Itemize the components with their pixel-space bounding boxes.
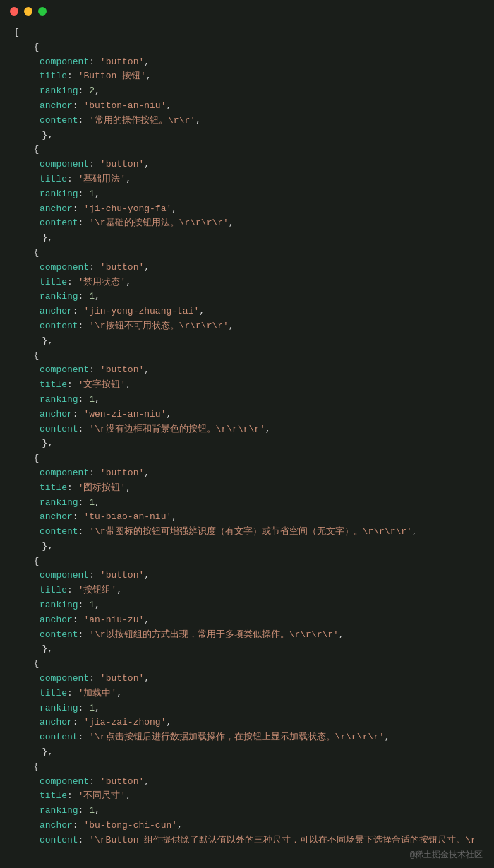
item-7-open-brace: { (23, 657, 480, 672)
item-1-close-brace: }, (23, 129, 480, 143)
item-7-ranking: ranking: 1, (23, 701, 480, 716)
item-6-ranking: ranking: 1, (23, 598, 480, 613)
item-2-open-brace: { (23, 143, 480, 157)
item-6-component: component: 'button', (23, 569, 480, 583)
traffic-light-green[interactable] (38, 7, 47, 16)
item-1-ranking: ranking: 2, (23, 84, 480, 99)
item-7-close-brace: }, (23, 745, 480, 760)
item-5-anchor: anchor: 'tu-biao-an-niu', (23, 510, 480, 525)
item-8-anchor: anchor: 'bu-tong-chi-cun', (23, 819, 480, 833)
item-4-title: title: '文字按钮', (23, 378, 480, 393)
item-3-open-brace: { (23, 246, 480, 261)
item-3-anchor: anchor: 'jin-yong-zhuang-tai', (23, 304, 480, 319)
outer-bracket-open: [ (14, 25, 480, 40)
item-5-open-brace: { (23, 451, 480, 466)
traffic-light-red[interactable] (10, 7, 18, 16)
item-3-component: component: 'button', (23, 261, 480, 275)
item-3-content: content: '\r按钮不可用状态。\r\r\r\r', (23, 319, 480, 334)
item-2-anchor: anchor: 'ji-chu-yong-fa', (23, 202, 480, 217)
item-6-anchor: anchor: 'an-niu-zu', (23, 613, 480, 628)
item-1-content: content: '常用的操作按钮。\r\r', (23, 114, 480, 129)
code-area: [ { component: 'button', title: 'Button … (0, 23, 494, 868)
item-4-open-brace: { (23, 349, 480, 364)
item-7-title: title: '加载中', (23, 686, 480, 701)
item-4-content: content: '\r没有边框和背景色的按钮。\r\r\r\r', (23, 422, 480, 437)
item-5-component: component: 'button', (23, 466, 480, 481)
item-6-open-brace: { (23, 554, 480, 569)
title-bar (0, 0, 494, 23)
item-2-title: title: '基础用法', (23, 172, 480, 187)
item-1-open-brace: { (23, 40, 480, 55)
item-3-ranking: ranking: 1, (23, 290, 480, 304)
item-2-close-brace: }, (23, 231, 480, 246)
item-8-component: component: 'button', (23, 775, 480, 790)
item-6-close-brace: }, (23, 642, 480, 657)
item-3-title: title: '禁用状态', (23, 275, 480, 290)
item-7-anchor: anchor: 'jia-zai-zhong', (23, 715, 480, 730)
item-1-title: title: 'Button 按钮', (23, 69, 480, 84)
item-4-anchor: anchor: 'wen-zi-an-niu', (23, 408, 480, 422)
item-1-component: component: 'button', (23, 55, 480, 70)
footer-text: @稀土掘金技术社区 (410, 850, 483, 860)
item-1-anchor: anchor: 'button-an-niu', (23, 99, 480, 114)
item-2-component: component: 'button', (23, 157, 480, 172)
item-8-ranking: ranking: 1, (23, 804, 480, 819)
item-4-close-brace: }, (23, 436, 480, 451)
item-4-ranking: ranking: 1, (23, 393, 480, 408)
traffic-light-yellow[interactable] (24, 7, 32, 16)
item-3-close-brace: }, (23, 334, 480, 349)
item-5-ranking: ranking: 1, (23, 496, 480, 511)
item-7-component: component: 'button', (23, 672, 480, 686)
item-5-content: content: '\r带图标的按钮可增强辨识度（有文字）或节省空间（无文字）。… (23, 525, 480, 540)
item-6-content: content: '\r以按钮组的方式出现，常用于多项类似操作。\r\r\r\r… (23, 628, 480, 643)
item-5-close-brace: }, (23, 540, 480, 554)
footer: @稀土掘金技术社区 (0, 843, 494, 868)
item-7-content: content: '\r点击按钮后进行数据加载操作，在按钮上显示加载状态。\r\… (23, 730, 480, 745)
item-4-component: component: 'button', (23, 363, 480, 378)
item-5-title: title: '图标按钮', (23, 481, 480, 496)
item-8-title: title: '不同尺寸', (23, 789, 480, 804)
item-2-ranking: ranking: 1, (23, 187, 480, 202)
item-6-title: title: '按钮组', (23, 583, 480, 598)
item-2-content: content: '\r基础的按钮用法。\r\r\r\r', (23, 216, 480, 231)
item-8-open-brace: { (23, 760, 480, 775)
